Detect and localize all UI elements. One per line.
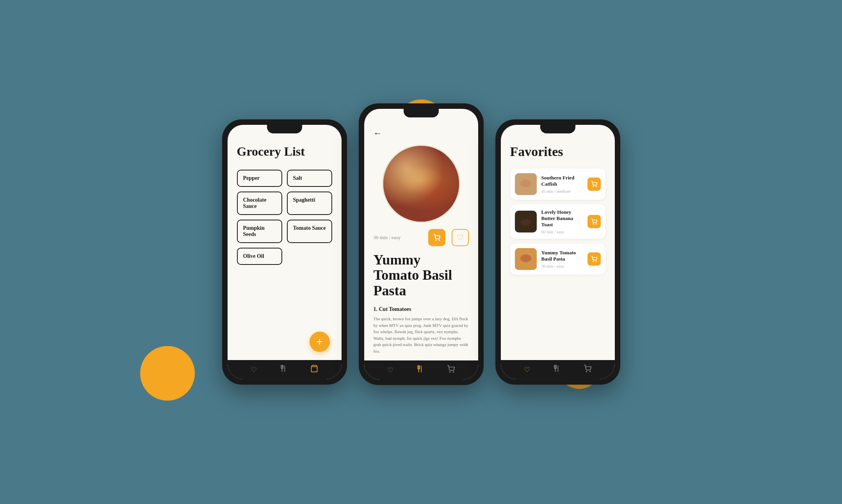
- step-text: The quick, brown fox jumps over a lazy d…: [374, 316, 469, 354]
- phone-recipe-screen: ← 30 min / easy ♡ Yummy: [364, 109, 478, 380]
- fav-info-pasta: Yummy Tomato Basil Pasta 30 min / easy: [541, 250, 583, 268]
- fav-cart-pasta[interactable]: [587, 252, 601, 266]
- svg-point-23: [596, 261, 596, 261]
- notch-2: [404, 109, 439, 117]
- fav-name-catfish: Southern Fried Catfish: [541, 175, 583, 187]
- favorites-title: Favorites: [510, 144, 605, 159]
- svg-point-22: [593, 261, 593, 261]
- nav-heart-icon-1[interactable]: ♡: [251, 366, 257, 374]
- svg-point-16: [520, 219, 531, 225]
- favorites-nav: ♡: [501, 360, 615, 379]
- grocery-content: Grocery List Pepper Salt Chocolate Sauce…: [228, 125, 342, 360]
- phone-favorites: Favorites Southern Fried Catfish 45 min …: [495, 119, 620, 385]
- svg-point-26: [586, 371, 587, 372]
- phone-favorites-screen: Favorites Southern Fried Catfish 45 min …: [501, 125, 615, 379]
- grocery-grid: Pepper Salt Chocolate Sauce Spaghetti Pu…: [237, 170, 332, 265]
- recipe-time: 30 min / easy: [374, 234, 422, 241]
- svg-point-8: [453, 372, 454, 373]
- nav-cart-icon-3[interactable]: [584, 365, 591, 374]
- recipe-meta: 30 min / easy ♡: [374, 229, 469, 246]
- step-title: 1. Cut Tomatoes: [374, 306, 469, 312]
- deco-circle-bottom-left: [140, 346, 195, 401]
- svg-point-7: [450, 372, 450, 373]
- fav-meta-toast: 60 min / easy: [541, 229, 583, 234]
- add-item-button[interactable]: +: [310, 332, 330, 352]
- grocery-item-pumpkin-seeds[interactable]: Pumpkin Seeds: [237, 220, 282, 243]
- pasta-illustration: [383, 146, 459, 222]
- svg-point-18: [596, 224, 596, 224]
- nav-heart-icon-3[interactable]: ♡: [524, 366, 530, 374]
- phone-grocery: Grocery List Pepper Salt Chocolate Sauce…: [222, 119, 347, 385]
- svg-point-13: [596, 186, 596, 186]
- notch-3: [540, 125, 575, 133]
- grocery-title: Grocery List: [237, 144, 332, 159]
- nav-cart-icon-1[interactable]: [310, 365, 318, 374]
- fav-img-catfish: [515, 173, 537, 195]
- svg-point-21: [520, 254, 531, 262]
- grocery-item-tomato-sauce[interactable]: Tomato Sauce: [287, 220, 332, 243]
- nav-fork-icon-3[interactable]: [553, 365, 561, 374]
- fav-cart-catfish[interactable]: [587, 177, 601, 191]
- fav-meta-pasta: 30 min / easy: [541, 264, 583, 268]
- recipe-content: ← 30 min / easy ♡ Yummy: [364, 109, 478, 361]
- fav-meta-catfish: 45 min / medium: [541, 189, 583, 193]
- fav-cart-toast[interactable]: [587, 215, 601, 228]
- scene: Grocery List Pepper Salt Chocolate Sauce…: [148, 111, 694, 393]
- favorite-button[interactable]: ♡: [452, 229, 469, 246]
- grocery-item-chocolate-sauce[interactable]: Chocolate Sauce: [237, 192, 282, 215]
- fav-img-pasta: [515, 248, 537, 270]
- recipe-nav: ♡: [364, 360, 478, 380]
- fav-info-toast: Lovely Honey Butter Banana Toast 60 min …: [541, 209, 583, 234]
- nav-heart-icon-2[interactable]: ♡: [387, 366, 393, 374]
- svg-point-11: [520, 179, 531, 187]
- phone-grocery-screen: Grocery List Pepper Salt Chocolate Sauce…: [228, 125, 342, 379]
- fav-card-pasta: Yummy Tomato Basil Pasta 30 min / easy: [510, 243, 605, 275]
- fav-info-catfish: Southern Fried Catfish 45 min / medium: [541, 175, 583, 193]
- grocery-item-olive-oil[interactable]: Olive Oil: [237, 248, 282, 265]
- fav-card-catfish: Southern Fried Catfish 45 min / medium: [510, 169, 605, 200]
- nav-fork-icon-2[interactable]: [416, 365, 424, 375]
- fav-img-toast: [515, 211, 537, 232]
- notch-1: [267, 125, 302, 133]
- back-button[interactable]: ←: [374, 128, 382, 138]
- recipe-image: [382, 145, 460, 223]
- grocery-nav: ♡: [228, 360, 342, 379]
- grocery-item-pepper[interactable]: Pepper: [237, 170, 282, 187]
- fav-card-toast: Lovely Honey Butter Banana Toast 60 min …: [510, 204, 605, 239]
- fav-name-pasta: Yummy Tomato Basil Pasta: [541, 250, 583, 262]
- phone-recipe: ← 30 min / easy ♡ Yummy: [359, 103, 484, 385]
- svg-point-3: [436, 240, 436, 241]
- grocery-item-salt[interactable]: Salt: [287, 170, 332, 187]
- svg-point-12: [593, 186, 593, 186]
- nav-fork-icon-1[interactable]: [279, 365, 287, 374]
- favorites-content: Favorites Southern Fried Catfish 45 min …: [501, 125, 615, 360]
- grocery-item-spaghetti[interactable]: Spaghetti: [287, 192, 332, 215]
- fav-name-toast: Lovely Honey Butter Banana Toast: [541, 209, 583, 228]
- svg-point-17: [593, 224, 593, 224]
- nav-cart-icon-2[interactable]: [447, 365, 455, 375]
- add-to-cart-button[interactable]: [428, 229, 445, 246]
- recipe-title: Yummy Tomato Basil Pasta: [374, 252, 469, 299]
- svg-point-27: [590, 371, 591, 372]
- recipe-image-container: [374, 145, 469, 223]
- svg-point-4: [439, 240, 440, 241]
